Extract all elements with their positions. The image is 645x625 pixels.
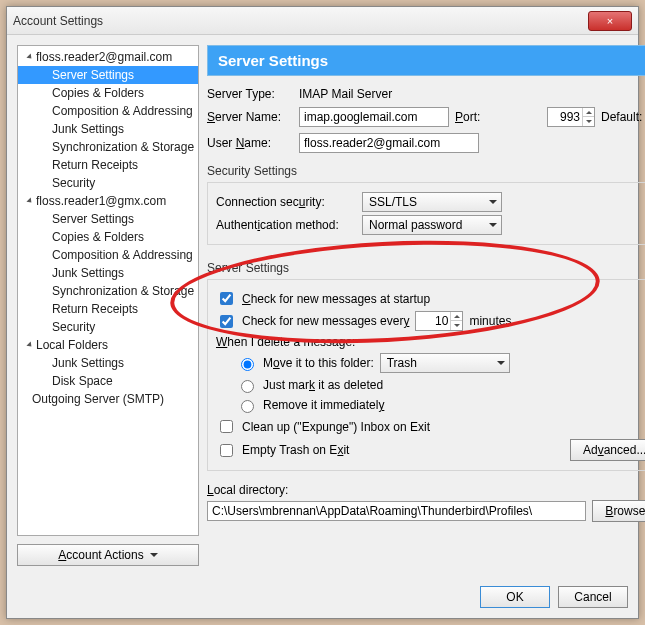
server-settings-group: Check for new messages at startup Check … [207,279,645,471]
stepper-up[interactable] [450,312,462,321]
check-startup-label: Check for new messages at startup [242,292,430,306]
server-settings-group-label: Server Settings [207,261,645,275]
advanced-button[interactable]: Advanced... [570,439,645,461]
port-input[interactable] [548,109,582,125]
close-button[interactable]: × [588,11,632,31]
opt-mark-radio[interactable] [241,380,254,393]
security-group-label: Security Settings [207,164,645,178]
sidebar-item-sync[interactable]: Synchronization & Storage [18,138,198,156]
account-tree[interactable]: floss.reader2@gmail.com Server Settings … [17,45,199,536]
expunge-label: Clean up ("Expunge") Inbox on Exit [242,420,430,434]
auth-method-select[interactable]: Normal password [362,215,502,235]
check-every-input[interactable] [416,313,450,329]
ok-button[interactable]: OK [480,586,550,608]
sidebar-item-junk[interactable]: Junk Settings [18,354,198,372]
expand-icon [26,341,33,348]
empty-trash-label: Empty Trash on Exit [242,443,349,457]
security-group: Connection security: SSL/TLS Authenticat… [207,182,645,245]
account-settings-window: Account Settings × floss.reader2@gmail.c… [6,6,639,619]
sidebar-item-copies-folders[interactable]: Copies & Folders [18,228,198,246]
conn-security-label: Connection security: [216,195,356,209]
server-name-label: Server Name: [207,110,293,124]
content-area: floss.reader2@gmail.com Server Settings … [7,35,638,576]
sidebar-item-composition[interactable]: Composition & Addressing [18,102,198,120]
server-type-label: Server Type: [207,87,293,101]
opt-mark-label: Just mark it as deleted [263,378,383,392]
expunge-checkbox[interactable] [220,420,233,433]
stepper-down[interactable] [582,117,594,126]
port-label: Port: [455,110,541,124]
opt-move-radio[interactable] [241,358,254,371]
check-every-label-pre: Check for new messages every [242,314,409,328]
panel-header: Server Settings [207,45,645,76]
stepper-up[interactable] [582,108,594,117]
stepper-down[interactable] [450,321,462,330]
dialog-footer: OK Cancel [7,576,638,618]
check-startup-checkbox[interactable] [220,292,233,305]
account-node-local[interactable]: Local Folders [18,336,198,354]
sidebar-item-server-settings[interactable]: Server Settings [18,66,198,84]
sidebar-item-composition[interactable]: Composition & Addressing [18,246,198,264]
chevron-down-icon [497,361,505,365]
local-dir-input[interactable] [207,501,586,521]
sidebar-item-outgoing[interactable]: Outgoing Server (SMTP) [18,390,198,408]
account-actions-button[interactable]: Account Actions [17,544,199,566]
opt-remove-label: Remove it immediately [263,398,384,412]
server-type-value: IMAP Mail Server [299,87,392,101]
check-every-checkbox[interactable] [220,315,233,328]
user-name-input[interactable] [299,133,479,153]
sidebar-item-return[interactable]: Return Receipts [18,300,198,318]
user-name-label: User Name: [207,136,293,150]
sidebar-item-return[interactable]: Return Receipts [18,156,198,174]
opt-move-label: Move it to this folder: [263,356,374,370]
auth-method-label: Authentication method: [216,218,356,232]
account-node-1[interactable]: floss.reader1@gmx.com [18,192,198,210]
opt-remove-radio[interactable] [241,400,254,413]
expand-icon [26,197,33,204]
trash-folder-select[interactable]: Trash [380,353,510,373]
sidebar-item-security[interactable]: Security [18,174,198,192]
local-dir-label: Local directory: [207,483,645,497]
sidebar-item-copies-folders[interactable]: Copies & Folders [18,84,198,102]
sidebar-item-server-settings[interactable]: Server Settings [18,210,198,228]
chevron-down-icon [489,223,497,227]
sidebar-item-sync[interactable]: Synchronization & Storage [18,282,198,300]
window-title: Account Settings [13,14,103,28]
sidebar: floss.reader2@gmail.com Server Settings … [17,45,199,566]
main-panel: Server Settings Server Type: IMAP Mail S… [207,45,645,566]
delete-label: When I delete a message: [216,335,645,349]
conn-security-select[interactable]: SSL/TLS [362,192,502,212]
check-every-stepper[interactable] [415,311,463,331]
account-node-0[interactable]: floss.reader2@gmail.com [18,48,198,66]
empty-trash-checkbox[interactable] [220,444,233,457]
sidebar-item-junk[interactable]: Junk Settings [18,264,198,282]
cancel-button[interactable]: Cancel [558,586,628,608]
titlebar: Account Settings × [7,7,638,35]
chevron-down-icon [150,553,158,557]
close-icon: × [607,15,613,27]
server-name-input[interactable] [299,107,449,127]
check-every-label-post: minutes [469,314,511,328]
sidebar-item-disk-space[interactable]: Disk Space [18,372,198,390]
sidebar-item-junk[interactable]: Junk Settings [18,120,198,138]
browse-button[interactable]: Browse... [592,500,645,522]
expand-icon [26,53,33,60]
port-default-label: Default: [601,110,642,124]
chevron-down-icon [489,200,497,204]
sidebar-item-security[interactable]: Security [18,318,198,336]
port-stepper[interactable] [547,107,595,127]
